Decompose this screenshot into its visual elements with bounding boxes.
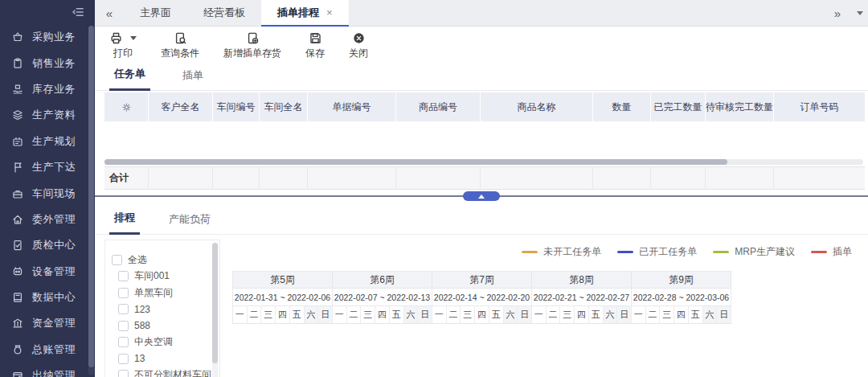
filter-workshop-item[interactable]: 123 xyxy=(118,301,208,318)
gantt-week: 第7周 2022-02-14 ~ 2022-02-20 一二三四五六日 xyxy=(432,272,532,324)
week-date-range: 2022-02-21 ~ 2022-02-27 xyxy=(532,289,632,306)
sidebar-item-data-center[interactable]: 数据中心 xyxy=(0,285,95,310)
total-cell xyxy=(481,167,593,189)
gantt-week: 第8周 2022-02-21 ~ 2022-02-27 一二三四五六日 xyxy=(532,272,632,324)
sidebar-item-inventory[interactable]: 库存业务 xyxy=(0,76,95,102)
column-header[interactable]: 客户全名 xyxy=(149,92,213,121)
column-header[interactable]: 商品编号 xyxy=(396,92,481,121)
column-settings-cell[interactable] xyxy=(104,92,149,121)
sidebar-item-purchase[interactable]: 采购业务 xyxy=(0,24,95,50)
print-dropdown-icon[interactable] xyxy=(130,36,137,40)
sidebar-item-production-planning[interactable]: 生产规划 xyxy=(0,129,95,154)
sidebar-item-label: 资金管理 xyxy=(32,316,76,330)
close-circle-icon xyxy=(352,31,366,45)
save-button-label: 保存 xyxy=(305,47,325,60)
column-header[interactable]: 已完工数量 xyxy=(651,92,706,121)
filter-workshop-item[interactable]: 13 xyxy=(118,350,208,367)
day-cell: 六 xyxy=(504,306,518,323)
print-button[interactable]: 打印 xyxy=(109,31,137,60)
filter-workshop-item[interactable]: 单黑车间 xyxy=(118,285,208,301)
scheduling-content: 全选 车间001 单黑车间 123 588 中央空调 13 不可分割材料车间 第… xyxy=(95,235,868,377)
checkbox[interactable] xyxy=(118,304,129,314)
sidebar-item-production-dispatch[interactable]: 生产下达 xyxy=(0,154,95,180)
day-header-row: 一二三四五六日 xyxy=(233,306,333,324)
tabs-scroll-right-icon[interactable]: » xyxy=(823,0,852,26)
filter-workshop-item[interactable]: 不可分割材料车间 xyxy=(118,367,208,377)
day-cell: 五 xyxy=(290,306,305,323)
checkbox[interactable] xyxy=(112,255,122,265)
sidebar-item-ledger[interactable]: 总账管理 xyxy=(0,337,95,363)
query-criteria-icon xyxy=(174,31,187,45)
column-header[interactable]: 数量 xyxy=(593,92,651,121)
day-cell: 三 xyxy=(560,306,575,323)
filter-scrollbar[interactable] xyxy=(212,243,218,377)
column-header[interactable]: 车间编号 xyxy=(213,92,260,121)
filter-scrollbar-thumb[interactable] xyxy=(212,243,218,363)
sidebar-item-sales[interactable]: 销售业务 xyxy=(0,50,95,76)
sidebar-item-label: 生产资料 xyxy=(32,108,76,122)
sidebar-item-label: 销售业务 xyxy=(32,56,76,71)
column-header[interactable]: 商品名称 xyxy=(481,92,593,121)
day-cell: 日 xyxy=(717,306,731,323)
total-cell xyxy=(593,167,651,189)
checkbox[interactable] xyxy=(118,337,129,347)
checkbox-label: 123 xyxy=(134,304,150,315)
day-cell: 日 xyxy=(418,306,432,323)
checkbox-label: 中央空调 xyxy=(134,335,173,349)
menu-fold-icon[interactable] xyxy=(71,5,85,19)
total-cell xyxy=(149,167,213,189)
add-insert-item-button[interactable]: 新增插单存货 xyxy=(223,31,281,60)
subtab-task-orders[interactable]: 任务单 xyxy=(109,67,150,91)
checkbox[interactable] xyxy=(118,271,129,281)
total-cell xyxy=(651,167,706,189)
tabs-list-dropdown-icon[interactable] xyxy=(852,0,868,26)
checkbox[interactable] xyxy=(118,288,129,298)
sidebar-item-outsourcing[interactable]: 委外管理 xyxy=(0,207,95,232)
day-cell: 一 xyxy=(532,306,547,323)
tab-capacity-load[interactable]: 产能负荷 xyxy=(164,212,215,234)
tab-main-screen[interactable]: 主界面 xyxy=(124,0,187,26)
sidebar-item-cashier[interactable]: 出纳管理 xyxy=(0,363,95,377)
table-horizontal-scrollbar[interactable] xyxy=(104,159,863,165)
gear-icon[interactable] xyxy=(121,101,133,113)
column-header[interactable]: 车间全名 xyxy=(260,92,308,121)
checkbox[interactable] xyxy=(118,370,129,377)
checkbox-label: 全选 xyxy=(128,253,147,267)
sidebar-item-quality[interactable]: 质检中心 xyxy=(0,232,95,258)
day-cell: 三 xyxy=(461,306,475,323)
sidebar-item-production-data[interactable]: 生产资料 xyxy=(0,102,95,128)
sidebar-item-equipment[interactable]: 设备管理 xyxy=(0,259,95,285)
checkbox-label: 588 xyxy=(134,320,150,331)
checkbox[interactable] xyxy=(118,321,129,331)
column-header[interactable]: 单据编号 xyxy=(308,92,396,121)
filter-select-all[interactable]: 全选 xyxy=(112,252,208,268)
subtab-insert-orders[interactable]: 插单 xyxy=(178,68,208,90)
close-button[interactable]: 关闭 xyxy=(349,31,368,60)
day-cell: 四 xyxy=(475,306,489,323)
column-header[interactable]: 订单号码 xyxy=(774,92,865,121)
sidebar-item-workshop[interactable]: 车间现场 xyxy=(0,180,95,206)
day-cell: 二 xyxy=(447,306,461,323)
filter-workshop-item[interactable]: 588 xyxy=(118,318,208,334)
tab-scheduling[interactable]: 排程 xyxy=(109,211,140,235)
tab-business-dashboard[interactable]: 经营看板 xyxy=(187,0,261,26)
query-criteria-button[interactable]: 查询条件 xyxy=(161,31,199,60)
table-hscrollbar-thumb[interactable] xyxy=(104,159,727,165)
tabs-scroll-left-icon[interactable]: « xyxy=(95,0,124,26)
filter-workshop-item[interactable]: 车间001 xyxy=(118,268,208,285)
day-cell: 二 xyxy=(646,306,661,323)
ledger-moneybag-icon xyxy=(11,343,24,356)
save-button[interactable]: 保存 xyxy=(305,31,325,60)
day-header-row: 一二三四五六日 xyxy=(432,306,532,324)
sidebar-scrollbar-thumb[interactable] xyxy=(88,26,94,367)
day-cell: 四 xyxy=(674,306,689,323)
equipment-icon xyxy=(11,265,24,278)
sidebar-item-label: 质检中心 xyxy=(32,238,76,252)
tab-close-icon[interactable]: × xyxy=(326,6,333,18)
sidebar-item-funds[interactable]: 资金管理 xyxy=(0,310,95,336)
sidebar-scrollbar[interactable] xyxy=(88,26,94,375)
filter-workshop-item[interactable]: 中央空调 xyxy=(118,334,208,351)
column-header[interactable]: 待审核完工数量 xyxy=(706,92,774,121)
tab-insert-scheduling[interactable]: 插单排程 × xyxy=(261,0,349,27)
checkbox[interactable] xyxy=(118,354,129,364)
